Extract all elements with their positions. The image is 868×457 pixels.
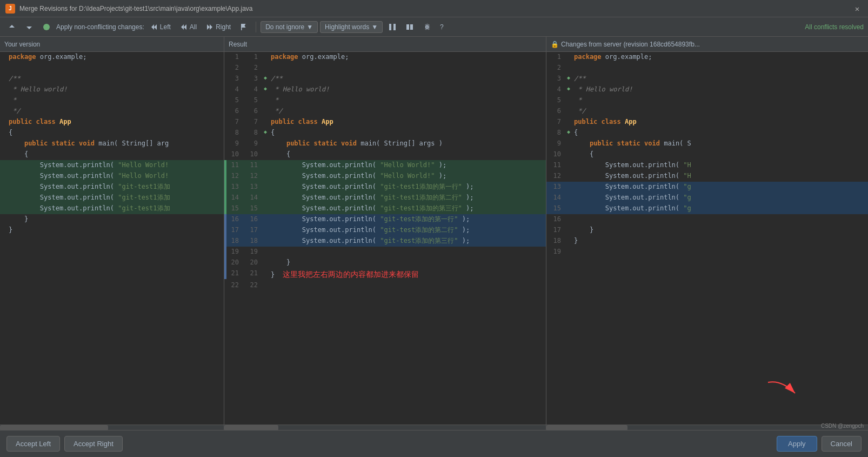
dropdown-arrow-icon: ▼: [306, 23, 313, 31]
nav-next-icon: [25, 23, 34, 31]
accept-right-button[interactable]: Accept Right: [64, 436, 123, 452]
left-pane-header: Your version: [0, 37, 224, 52]
settings-toggle-button[interactable]: [385, 21, 400, 33]
table-row: 17 }: [546, 225, 868, 236]
table-row: 10 10 {: [224, 149, 546, 160]
center-pane-header: Result: [224, 37, 546, 52]
ignore-dropdown[interactable]: Do not ignore ▼: [261, 21, 318, 33]
help-button[interactable]: ?: [437, 22, 447, 32]
nav-next-button[interactable]: [22, 21, 37, 33]
left-pane: Your version package org.example; /**: [0, 37, 224, 430]
main-content: Your version package org.example; /**: [0, 37, 868, 430]
gear-icon: [423, 23, 431, 31]
flag-button[interactable]: [236, 21, 251, 33]
close-button[interactable]: ✕: [852, 3, 863, 14]
table-row: 16: [546, 214, 868, 225]
bottom-right-actions: Apply Cancel: [777, 436, 862, 452]
double-all-icon: [179, 23, 188, 31]
table-row: [0, 63, 224, 74]
left-scrollbar[interactable]: [0, 425, 224, 430]
left-code-area[interactable]: package org.example; /** * Hello world! …: [0, 52, 224, 425]
table-row: /**: [0, 74, 224, 84]
table-row: public static void main( String[] arg: [0, 138, 224, 149]
accept-left-button[interactable]: Accept Left: [6, 436, 60, 452]
svg-rect-4: [410, 24, 413, 30]
table-row: }: [0, 214, 224, 225]
center-code-table: 1 1 package org.example; 2 2 3 3 ◆ /**: [224, 52, 546, 291]
table-row: 4 ◆ * Hello world!: [546, 84, 868, 95]
table-row: 2 2: [224, 63, 546, 74]
magic-button[interactable]: [39, 21, 54, 33]
cancel-button[interactable]: Cancel: [822, 436, 862, 452]
bottom-left-actions: Accept Left Accept Right: [6, 436, 123, 452]
center-scroll-thumb[interactable]: [224, 425, 278, 430]
table-row: 15 System.out.println( "g: [546, 203, 868, 214]
table-row: 8 8 ◆ {: [224, 128, 546, 138]
apply-right-button[interactable]: Right: [202, 21, 234, 33]
nav-prev-icon: [8, 23, 16, 31]
table-row: 1 1 package org.example;: [224, 52, 546, 63]
table-row: 17 17 System.out.println( "git-test添加的第二…: [224, 225, 546, 236]
table-row: System.out.println( "git-test1添加: [0, 182, 224, 193]
table-row: System.out.println( "Hello World!: [0, 171, 224, 182]
title-bar: J Merge Revisions for D:\IdeaProjects\gi…: [0, 0, 868, 17]
svg-rect-2: [393, 24, 396, 30]
center-code-area[interactable]: 1 1 package org.example; 2 2 3 3 ◆ /**: [224, 52, 546, 425]
table-row: 3 3 ◆ /**: [224, 74, 546, 84]
left-scroll-thumb[interactable]: [0, 425, 108, 430]
table-row: 3 ◆ /**: [546, 74, 868, 84]
center-pane: Result 1 1 package org.example; 2 2: [224, 37, 546, 430]
table-row: 4 4 ◆ * Hello world!: [224, 84, 546, 95]
gear-button[interactable]: [419, 21, 435, 33]
table-row: 19 19: [224, 247, 546, 257]
table-row: package org.example;: [0, 52, 224, 63]
table-row: 8 ◆ {: [546, 128, 868, 138]
table-row: 12 12 System.out.println( "Hello World!"…: [224, 171, 546, 182]
table-row: System.out.println( "git-test1添加: [0, 193, 224, 203]
table-row: 14 14 System.out.println( "git-test1添加的第…: [224, 193, 546, 203]
table-row: */: [0, 106, 224, 117]
apply-nonconflicting-label: Apply non-conflicting changes:: [56, 23, 144, 31]
table-row: 14 System.out.println( "g: [546, 193, 868, 203]
right-code-area[interactable]: 1 package org.example; 2 3 ◆ /** 4 ◆: [546, 52, 868, 425]
bottom-bar: Accept Left Accept Right Apply Cancel: [0, 430, 868, 457]
right-code-table: 1 package org.example; 2 3 ◆ /** 4 ◆: [546, 52, 868, 257]
table-row: 13 13 System.out.println( "git-test1添加的第…: [224, 182, 546, 193]
table-row: 11 11 System.out.println( "Hello World!"…: [224, 160, 546, 171]
table-row: {: [0, 128, 224, 138]
view-toggle-button[interactable]: [402, 21, 417, 33]
center-pane-title: Result: [229, 41, 247, 48]
table-row: 5 5 *: [224, 95, 546, 106]
help-icon: ?: [440, 23, 444, 31]
table-row: *: [0, 95, 224, 106]
table-row: 2: [546, 63, 868, 74]
left-pane-title: Your version: [4, 41, 40, 48]
right-pane-header: 🔒 Changes from server (revision 168cd654…: [546, 37, 868, 52]
table-row: public class App: [0, 117, 224, 128]
table-row: 22 22: [224, 280, 546, 291]
table-row: 15 15 System.out.println( "git-test1添加的第…: [224, 203, 546, 214]
highlight-dropdown[interactable]: Highlight words ▼: [320, 21, 383, 33]
table-row: 9 public static void main( S: [546, 138, 868, 149]
table-row: 19: [546, 247, 868, 257]
apply-left-button[interactable]: Left: [146, 21, 174, 33]
nav-prev-button[interactable]: [4, 21, 19, 33]
right-pane: 🔒 Changes from server (revision 168cd654…: [546, 37, 868, 430]
right-scroll-thumb[interactable]: [546, 425, 627, 430]
apply-button[interactable]: Apply: [777, 436, 817, 452]
right-scrollbar[interactable]: [546, 425, 868, 430]
table-row: 7 public class App: [546, 117, 868, 128]
table-row: 16 16 System.out.println( "git-test添加的第一…: [224, 214, 546, 225]
annotation-text: 这里我把左右两边的内容都加进来都保留: [283, 270, 419, 279]
table-row: 20 20 }: [224, 257, 546, 268]
table-row: 18 18 System.out.println( "git-test添加的第三…: [224, 236, 546, 247]
center-scrollbar[interactable]: [224, 425, 546, 430]
toolbar-separator-1: [256, 22, 256, 32]
right-pane-title: Changes from server (revision 168cd65489…: [561, 41, 700, 48]
apply-all-button[interactable]: All: [176, 21, 200, 33]
left-code-table: package org.example; /** * Hello world! …: [0, 52, 224, 236]
arrow-indicator: [765, 377, 798, 400]
columns-icon: [388, 23, 397, 31]
table-row: * Hello world!: [0, 84, 224, 95]
toolbar: Apply non-conflicting changes: Left All …: [0, 17, 868, 37]
